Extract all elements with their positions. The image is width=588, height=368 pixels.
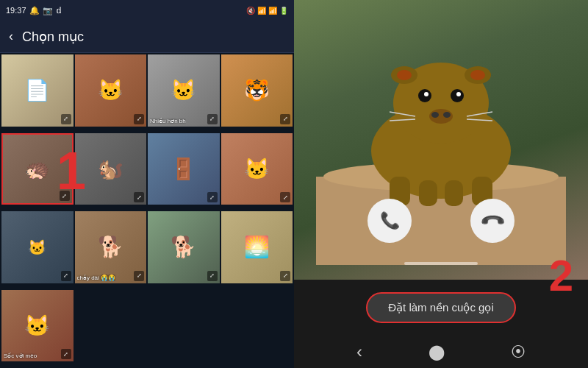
nav-bar: ‹ ⬤ ⦿	[294, 336, 588, 368]
photo-cell-5[interactable]: 🦔 ⤢	[1, 133, 74, 205]
photo-cell-7[interactable]: 🚪 ⤢	[148, 133, 220, 205]
expand-icon-4: ⤢	[280, 114, 290, 124]
expand-icon-7: ⤢	[207, 192, 218, 202]
signal-icon: 📶	[268, 7, 277, 15]
decline-button[interactable]: 📞	[470, 199, 514, 243]
answer-button[interactable]: 📞	[368, 199, 412, 243]
right-panel: 📞 📞 2 Đặt làm nền cuộc gọi ‹ ⬤ ⦿	[294, 0, 588, 368]
call-background: 📞 📞	[294, 0, 588, 280]
photo-cell-13[interactable]: 🐱 Sốc với mèo ⤢	[1, 290, 74, 362]
number-label-2: 2	[549, 250, 573, 301]
photo-cell-1[interactable]: 📄 ⤢	[1, 54, 74, 127]
expand-icon-13: ⤢	[61, 349, 71, 359]
svg-point-13	[431, 112, 439, 118]
bottom-section: 2 Đặt làm nền cuộc gọi	[294, 280, 588, 336]
nav-menu-button[interactable]: ⦿	[511, 344, 526, 361]
nav-home-button[interactable]: ⬤	[429, 343, 445, 361]
page-title: Chọn mục	[22, 29, 84, 45]
svg-point-7	[470, 70, 485, 80]
photo-cell-6[interactable]: 🐿️ ⤢	[75, 133, 147, 205]
photo-cell-11[interactable]: 🐕 ⤢	[148, 211, 220, 283]
app-icon: 𝕕	[56, 6, 62, 15]
expand-icon-6: ⤢	[134, 192, 144, 202]
expand-icon-10: ⤢	[134, 271, 144, 281]
wifi-icon: 📶	[257, 7, 266, 15]
expand-icon-9: ⤢	[61, 271, 71, 281]
photo-grid: 📄 ⤢ 🐱 ⤢ 🐱 Nhiều hơn bh ⤢ 🐯 ⤢ 🦔 ⤢ 🐿️ ⤢ 🚪 …	[0, 53, 294, 368]
status-left: 19:37 🔔 📷 𝕕	[6, 6, 62, 15]
time: 19:37	[6, 6, 26, 15]
photo-label-3: Nhiều hơn bh	[150, 118, 186, 124]
svg-point-14	[443, 112, 451, 118]
photo-cell-9[interactable]: 🐱 ⤢	[1, 211, 74, 283]
status-bar: 19:37 🔔 📷 𝕕 🔇 📶 📶 🔋	[0, 0, 294, 21]
photo-cell-4[interactable]: 🐯 ⤢	[221, 54, 293, 127]
mute-icon: 🔇	[246, 7, 255, 15]
swipe-bar	[404, 262, 478, 265]
expand-icon-11: ⤢	[207, 271, 218, 281]
svg-point-11	[456, 92, 461, 96]
photo-label-10: chảy dài 😭😭	[77, 275, 116, 281]
notification-icon: 🔔	[29, 6, 40, 15]
expand-icon-8: ⤢	[280, 192, 290, 202]
call-controls: 📞 📞	[294, 199, 588, 243]
photo-cell-8[interactable]: 🐱 ⤢	[221, 133, 293, 205]
decline-icon: 📞	[478, 207, 506, 234]
photo-cell-3[interactable]: 🐱 Nhiều hơn bh ⤢	[148, 54, 220, 127]
photo-label-13: Sốc với mèo	[4, 353, 37, 359]
screenshot-icon: 📷	[43, 6, 53, 15]
status-right: 🔇 📶 📶 🔋	[246, 7, 288, 15]
back-button[interactable]: ‹	[9, 29, 13, 44]
left-panel: 19:37 🔔 📷 𝕕 🔇 📶 📶 🔋 ‹ Chọn mục 📄 ⤢ 🐱 ⤢ 🐱	[0, 0, 294, 368]
photo-cell-2[interactable]: 🐱 ⤢	[75, 54, 147, 127]
expand-icon-1: ⤢	[61, 114, 71, 124]
expand-icon-3: ⤢	[207, 114, 218, 124]
svg-point-6	[397, 70, 412, 80]
expand-icon-2: ⤢	[134, 114, 144, 124]
header: ‹ Chọn mục	[0, 21, 294, 53]
photo-cell-12[interactable]: 🌅 ⤢	[221, 211, 293, 283]
nav-back-button[interactable]: ‹	[356, 342, 362, 362]
battery-icon: 🔋	[279, 7, 288, 15]
expand-icon-5: ⤢	[60, 191, 70, 201]
svg-point-10	[424, 92, 429, 96]
set-wallpaper-button[interactable]: Đặt làm nền cuộc gọi	[366, 292, 516, 323]
photo-cell-10[interactable]: 🐕 chảy dài 😭😭 ⤢	[75, 211, 147, 283]
expand-icon-12: ⤢	[280, 271, 290, 281]
answer-icon: 📞	[380, 211, 400, 230]
